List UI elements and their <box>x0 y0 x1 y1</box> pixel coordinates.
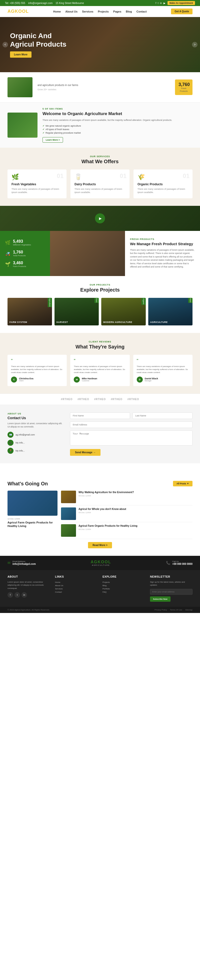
offers-section: Our Services What We Offers 🌿 01 Fresh V… <box>0 148 200 206</box>
twitter-icon[interactable]: t <box>158 2 159 5</box>
footer-link-contact[interactable]: Contact <box>55 590 98 593</box>
message-row <box>70 430 192 447</box>
play-button[interactable] <box>95 213 105 223</box>
manage-body: There are many variations of passages of… <box>130 248 195 269</box>
footer-explore-portfolio[interactable]: Portfolio <box>102 587 145 590</box>
footer-facebook-icon[interactable]: f <box>8 592 13 598</box>
nav-services[interactable]: Services <box>82 10 93 13</box>
blog-item-meta-1: 08 Dec 12454 <box>79 495 192 497</box>
blog-item-meta-3: 08 Dec 12454 <box>79 528 192 530</box>
contact-info: About Us Contact Us Lorem ipsum dolor si… <box>8 412 63 456</box>
stat-number-2: 1,760 <box>13 250 26 255</box>
footer-phone-contact: 📞 Call Us +00 000 000 0000 <box>166 560 192 565</box>
footer-about-col: About Lorem ipsum dolor sit amet, consec… <box>8 575 50 602</box>
header: AGKOOL Home About Us Services Projects P… <box>0 6 200 17</box>
footer-link-about[interactable]: About Us <box>55 584 98 587</box>
blog-item-content-1: Why Walking Agriculture for the Environm… <box>79 491 192 497</box>
footer-sitemap-link[interactable]: Sitemap <box>185 609 192 611</box>
footer-linkedin-icon[interactable]: in <box>22 592 27 598</box>
project-farm[interactable]: Farm System Agriculture <box>8 298 52 325</box>
filter-button[interactable]: All Posts ▼ <box>173 481 192 486</box>
footer-link-home[interactable]: Home <box>55 581 98 584</box>
stat-label-2: Total Products <box>13 255 26 257</box>
avatar-3: D <box>137 377 143 383</box>
appointment-button[interactable]: Make An Appointment <box>167 1 195 5</box>
footer-social: f t in <box>8 592 50 598</box>
project-label-2: Harvest <box>57 321 68 323</box>
linkedin-icon[interactable]: in <box>160 2 162 5</box>
nav-about[interactable]: About Us <box>65 10 77 13</box>
nav-blog[interactable]: Blog <box>126 10 132 13</box>
quote-button[interactable]: Get A Quote <box>171 8 192 14</box>
address-info: 15 King Street Melbourne <box>55 2 84 5</box>
stat-label-1: Different Vegetables <box>13 244 31 246</box>
email-input[interactable] <box>70 422 192 428</box>
welcome-learn-button[interactable]: Learn More > <box>43 137 63 143</box>
lastname-input[interactable] <box>132 412 192 419</box>
vegetable-icon: 🌿 <box>11 173 63 180</box>
project-harvest[interactable]: Harvest Farm <box>55 298 99 325</box>
hero-next-button[interactable]: > <box>192 42 197 48</box>
footer-explore-faq[interactable]: FAQ <box>102 590 145 593</box>
send-message-button[interactable]: Send Message → <box>70 449 101 456</box>
offer-title: Organic Products <box>137 183 189 186</box>
nav-pages[interactable]: Pages <box>113 10 121 13</box>
nav-projects[interactable]: Projects <box>98 10 109 13</box>
explore-tag: Our Projects <box>8 283 192 286</box>
explore-title: Explore Projects <box>8 287 192 293</box>
email-field[interactable] <box>70 422 192 428</box>
nav-contact[interactable]: Contact <box>137 10 147 13</box>
footer-newsletter-title: Newsletter <box>150 575 192 578</box>
facebook-icon[interactable]: f <box>156 2 156 5</box>
email-row <box>70 422 192 428</box>
footer-email-label: Email Address <box>13 560 36 563</box>
blog-item-content-2: Agricul for Whole you don't Know about 0… <box>79 508 192 514</box>
contact-title: Contact Us <box>8 416 63 420</box>
footer-link-services[interactable]: Services <box>55 587 98 590</box>
blog-item-1: Why Walking Agriculture for the Environm… <box>61 491 192 506</box>
footer-email-icon: ✉ <box>8 561 11 565</box>
nav-home[interactable]: Home <box>53 10 61 13</box>
footer-privacy-link[interactable]: Privacy Policy <box>154 609 167 611</box>
footer-top: ✉ Email Address info@infoalgol.com AGKOO… <box>0 556 200 570</box>
project-modern[interactable]: Modern Agriculture Organic <box>101 298 146 325</box>
hero-prev-button[interactable]: < <box>3 42 8 48</box>
project-agriculture[interactable]: Agriculture Farm <box>148 298 193 325</box>
quote-icon-3: " <box>137 358 189 364</box>
youtube-icon[interactable]: ▶ <box>164 2 165 5</box>
hero-learn-button[interactable]: Learn More <box>10 51 31 58</box>
stat-icon-2: 🚜 <box>5 251 11 256</box>
newsletter-input[interactable] <box>150 589 192 595</box>
footer-about-text: Lorem ipsum dolor sit amet, consectetur … <box>8 581 50 590</box>
firstname-input[interactable] <box>70 412 130 419</box>
offer-card-vegetables: 🌿 01 Fresh Vegetables There are many var… <box>8 169 66 198</box>
blog-item-title-3: Agricul Farm Organic Products for Health… <box>79 524 192 528</box>
message-field[interactable] <box>70 430 192 447</box>
footer-explore-blog[interactable]: Blog <box>102 584 145 587</box>
blog-item-content-3: Agricul Farm Organic Products for Health… <box>79 524 192 530</box>
footer-links-title: Links <box>55 575 98 578</box>
offer-desc: There are many variations of passages of… <box>137 188 189 194</box>
message-input[interactable] <box>70 430 192 445</box>
lastname-field[interactable] <box>132 412 192 419</box>
blog-header: What's Going On All Posts ▼ <box>8 481 192 487</box>
offer-card-organic: 🌾 01 Organic Products There are many var… <box>134 169 192 198</box>
footer-bottom-links: Privacy Policy Terms Of Use Sitemap <box>154 609 192 611</box>
firstname-field[interactable] <box>70 412 130 419</box>
newsletter-button[interactable]: Subscribe Now <box>150 597 170 602</box>
footer-explore-projects[interactable]: Projects <box>102 581 145 584</box>
copyright-text: © 2023 Agkool Agriculture. All Rights Re… <box>8 609 50 611</box>
author-role-3: Manager <box>145 380 158 382</box>
read-more-button[interactable]: Read More > <box>88 542 112 548</box>
featured-tag: 12 Dec 12344 <box>8 518 58 520</box>
footer-terms-link[interactable]: Terms Of Use <box>170 609 182 611</box>
blog-item-image-1 <box>61 491 76 503</box>
testimonials-title: What They're Saying <box>8 344 192 350</box>
contact-phone-detail: 📞 My Info... <box>8 440 63 446</box>
welcome-image <box>8 113 38 138</box>
footer-twitter-icon[interactable]: t <box>14 592 20 598</box>
manage-image <box>50 231 125 276</box>
author-role-2: Customer <box>82 380 97 382</box>
testimonial-text-1: There are many variations of passages of… <box>11 365 63 374</box>
offers-grid: 🌿 01 Fresh Vegetables There are many var… <box>8 169 192 198</box>
